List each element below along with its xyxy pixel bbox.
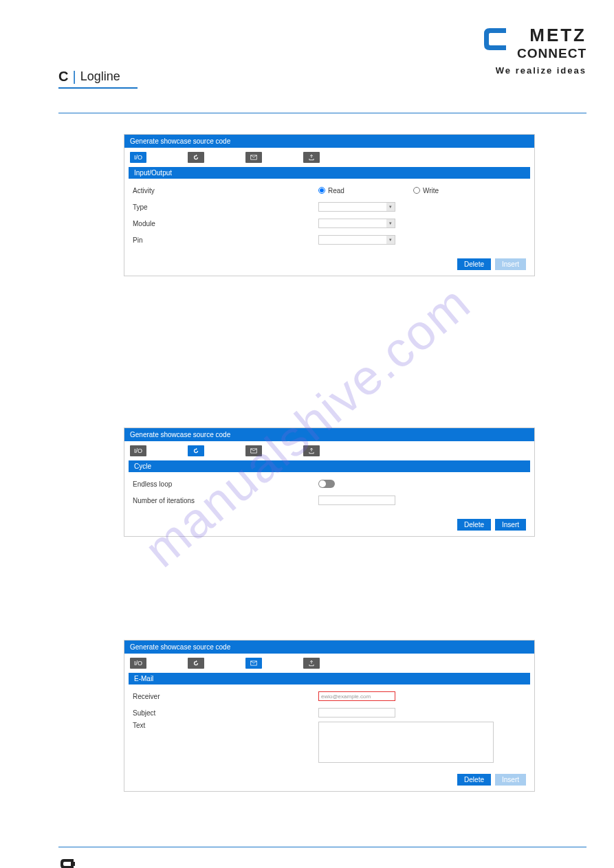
section-header: Input/Output: [129, 167, 530, 179]
tab-email[interactable]: [245, 658, 262, 669]
radio-read[interactable]: Read: [318, 187, 344, 194]
tagline: We realize ideas: [480, 65, 586, 76]
panel-title: Generate showcase source code: [124, 135, 534, 148]
radio-write[interactable]: Write: [413, 187, 439, 194]
panel-title: Generate showcase source code: [124, 641, 534, 654]
logo-line1: METZ: [517, 25, 586, 46]
insert-button[interactable]: Insert: [495, 258, 526, 270]
panel-email: Generate showcase source code I/O E-Mail…: [124, 640, 535, 792]
page-header: METZ CONNECT We realize ideas C | Loglin…: [0, 0, 614, 113]
delete-button[interactable]: Delete: [457, 774, 491, 786]
select-module[interactable]: ▾: [318, 219, 395, 228]
tab-io[interactable]: I/O: [130, 152, 146, 163]
tab-cycle[interactable]: [188, 152, 204, 163]
tab-bar: I/O: [124, 148, 534, 167]
section-header: E-Mail: [129, 673, 530, 685]
tab-cycle[interactable]: [188, 658, 204, 669]
label-activity: Activity: [133, 187, 318, 194]
insert-button[interactable]: Insert: [495, 774, 526, 786]
label-iterations: Number of iterations: [133, 497, 318, 504]
label-pin: Pin: [133, 236, 318, 244]
logline-text: Logline: [80, 69, 120, 84]
select-pin[interactable]: ▾: [318, 235, 395, 245]
header-divider: [58, 113, 586, 113]
page-footer: RIACONNECT BTRNETCOM: [58, 847, 586, 868]
delete-button[interactable]: Delete: [457, 519, 491, 531]
logo-c-icon: [480, 24, 510, 62]
label-module: Module: [133, 220, 318, 227]
label-receiver: Receiver: [133, 693, 318, 700]
select-type[interactable]: ▾: [318, 202, 395, 212]
tab-export[interactable]: [303, 152, 320, 163]
tab-export[interactable]: [303, 445, 320, 456]
label-endless: Endless loop: [133, 480, 318, 488]
label-type: Type: [133, 203, 318, 211]
logo-line2: CONNECT: [517, 46, 586, 61]
footer-c-icon: [58, 858, 76, 868]
logline-c: C: [58, 69, 68, 85]
logline-badge: C | Logline: [58, 69, 138, 89]
section-header: Cycle: [129, 460, 530, 472]
label-subject: Subject: [133, 709, 318, 717]
panel-cycle: Generate showcase source code I/O Cycle …: [124, 427, 535, 537]
svg-rect-0: [71, 862, 75, 866]
tab-io[interactable]: I/O: [130, 445, 146, 456]
input-subject[interactable]: [318, 708, 395, 717]
panel-title: Generate showcase source code: [124, 428, 534, 441]
toggle-endless[interactable]: [318, 480, 335, 488]
tab-email[interactable]: [245, 152, 262, 163]
tab-export[interactable]: [303, 658, 320, 669]
tab-bar: I/O: [124, 441, 534, 460]
insert-button[interactable]: Insert: [495, 519, 526, 531]
delete-button[interactable]: Delete: [457, 258, 491, 270]
tab-email[interactable]: [245, 445, 262, 456]
input-iterations[interactable]: [318, 496, 395, 505]
input-receiver[interactable]: ewio@example.com: [318, 691, 395, 701]
tab-bar: I/O: [124, 654, 534, 673]
tab-cycle[interactable]: [188, 445, 204, 456]
logline-separator: |: [72, 69, 76, 85]
panel-io: Generate showcase source code I/O Input/…: [124, 134, 535, 276]
label-text: Text: [133, 722, 318, 729]
tab-io[interactable]: I/O: [130, 658, 146, 669]
brand-logo: METZ CONNECT We realize ideas: [480, 24, 586, 76]
textarea-text[interactable]: [318, 722, 494, 763]
